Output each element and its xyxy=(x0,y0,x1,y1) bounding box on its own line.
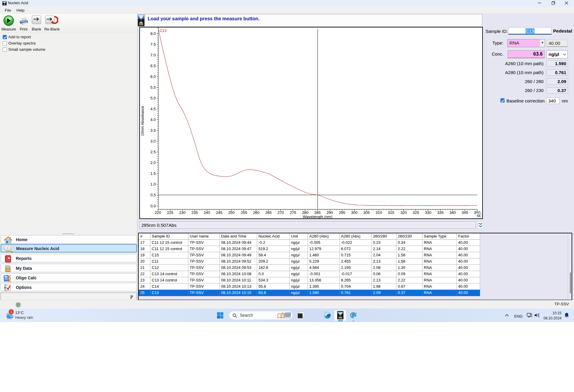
svg-text:275: 275 xyxy=(290,210,296,215)
svg-text:0.0: 0.0 xyxy=(150,204,156,208)
svg-text:260: 260 xyxy=(253,210,259,215)
svg-text:1.0: 1.0 xyxy=(150,182,156,186)
svg-text:4.5: 4.5 xyxy=(150,107,156,111)
svg-text:280: 280 xyxy=(302,210,309,215)
svg-text:3.5: 3.5 xyxy=(150,128,156,133)
svg-text:0.5: 0.5 xyxy=(150,193,156,197)
svg-text:8.0: 8.0 xyxy=(150,31,156,36)
svg-text:7.5: 7.5 xyxy=(150,42,156,47)
svg-text:10mm Absorbance: 10mm Absorbance xyxy=(141,106,145,136)
svg-text:315: 315 xyxy=(388,210,394,215)
svg-text:320: 320 xyxy=(400,210,407,215)
svg-text:245: 245 xyxy=(216,210,222,215)
svg-text:290: 290 xyxy=(326,210,333,215)
svg-text:220: 220 xyxy=(155,210,161,215)
svg-text:310: 310 xyxy=(375,210,382,215)
svg-text:240: 240 xyxy=(204,210,210,215)
svg-text:2.0: 2.0 xyxy=(150,160,156,165)
svg-text:265: 265 xyxy=(265,210,272,215)
svg-text:5.0: 5.0 xyxy=(150,96,156,100)
svg-text:325: 325 xyxy=(413,210,419,215)
svg-text:285: 285 xyxy=(314,210,321,215)
svg-text:6.0: 6.0 xyxy=(150,74,156,79)
svg-text:270: 270 xyxy=(277,210,284,215)
svg-text:330: 330 xyxy=(425,210,431,215)
svg-text:300: 300 xyxy=(351,210,358,215)
svg-text:235: 235 xyxy=(191,210,198,215)
svg-text:295: 295 xyxy=(339,210,345,215)
svg-text:C13: C13 xyxy=(160,29,167,33)
svg-text:1.5: 1.5 xyxy=(150,171,156,176)
svg-text:335: 335 xyxy=(437,210,444,215)
svg-text:250: 250 xyxy=(228,210,235,215)
svg-text:2.5: 2.5 xyxy=(150,150,156,154)
svg-text:305: 305 xyxy=(363,210,370,215)
svg-text:345: 345 xyxy=(462,210,468,215)
svg-text:3.0: 3.0 xyxy=(150,139,156,143)
svg-text:4.0: 4.0 xyxy=(150,117,156,122)
svg-text:255: 255 xyxy=(241,210,247,215)
svg-text:5.5: 5.5 xyxy=(150,85,156,90)
svg-text:230: 230 xyxy=(179,210,186,215)
svg-text:Wavelength (nm): Wavelength (nm) xyxy=(303,215,332,218)
svg-text:225: 225 xyxy=(167,210,173,215)
svg-text:7.0: 7.0 xyxy=(150,53,156,57)
svg-text:6.5: 6.5 xyxy=(150,64,156,68)
svg-text:340: 340 xyxy=(449,210,456,215)
